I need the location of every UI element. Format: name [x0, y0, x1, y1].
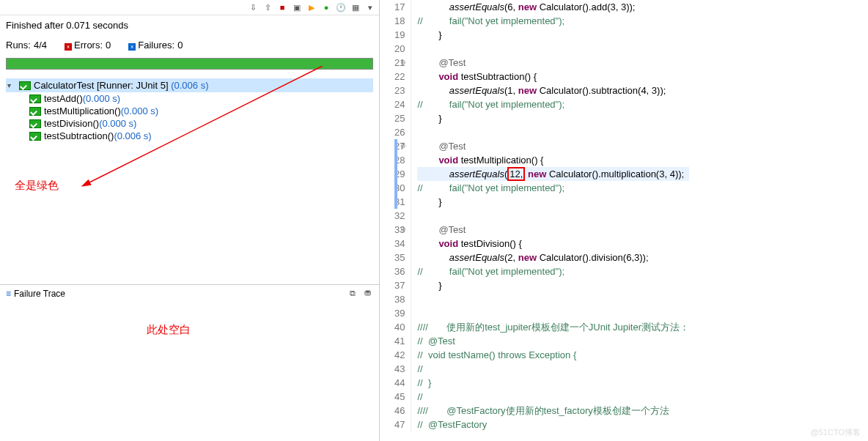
line-number[interactable]: 25: [394, 111, 405, 125]
line-number[interactable]: 33⊖: [394, 223, 405, 237]
rerun-icon[interactable]: ▶: [306, 1, 317, 13]
line-number[interactable]: 36: [394, 264, 405, 278]
menu-icon[interactable]: ▾: [364, 1, 376, 13]
code-line[interactable]: assertEquals(2, new Calculator().divisio…: [417, 251, 689, 264]
line-number[interactable]: 31: [394, 195, 405, 209]
line-number[interactable]: 32: [394, 209, 405, 223]
line-number[interactable]: 42: [394, 348, 405, 362]
line-number[interactable]: 37: [394, 278, 405, 292]
rerun-failed-icon[interactable]: ●: [320, 1, 332, 13]
line-number[interactable]: 34: [394, 237, 405, 251]
line-gutter[interactable]: 1718192021⊖222324252627⊖282930313233⊖343…: [380, 0, 411, 431]
annotation-all-green: 全是绿色: [15, 179, 59, 193]
pass-icon: [19, 81, 31, 90]
code-line[interactable]: // void testName() throws Exception {: [417, 348, 689, 362]
line-number[interactable]: 23: [394, 84, 405, 97]
test-tree[interactable]: ▾ CalculatorTest [Runner: JUnit 5] (0.00…: [0, 75, 379, 145]
code-line[interactable]: [417, 125, 689, 139]
failure-trace-icon: ≡: [6, 289, 11, 299]
pass-icon: [29, 107, 41, 116]
line-number[interactable]: 26: [394, 125, 405, 139]
failure-trace-body: 此处空白: [0, 303, 379, 442]
code-line[interactable]: //: [417, 390, 689, 404]
compare-icon[interactable]: ⧉: [347, 288, 358, 300]
line-number[interactable]: 24: [394, 97, 405, 111]
code-line[interactable]: [417, 209, 689, 223]
pass-icon: [29, 94, 41, 103]
line-number[interactable]: 29: [394, 167, 405, 181]
line-number[interactable]: 30: [394, 181, 405, 195]
code-line[interactable]: void testDivision() {: [417, 237, 689, 251]
code-line[interactable]: assertEquals(12, new Calculator().multip…: [417, 167, 689, 181]
code-line[interactable]: @Test: [417, 139, 689, 153]
code-line[interactable]: // fail("Not yet implemented");: [417, 181, 689, 195]
code-line[interactable]: }: [417, 28, 689, 42]
stats-row: Runs:4/4 xErrors:0 xFailures:0: [0, 35, 379, 55]
tree-item[interactable]: testSubtraction() (0.006 s): [26, 130, 373, 142]
expand-icon[interactable]: ▾: [7, 81, 16, 89]
code-body[interactable]: assertEquals(6, new Calculator().add(3, …: [411, 0, 689, 431]
code-line[interactable]: }: [417, 111, 689, 125]
stop-icon[interactable]: ■: [276, 1, 288, 13]
line-number[interactable]: 39: [394, 306, 405, 320]
prev-failure-icon[interactable]: ⇩: [247, 1, 259, 13]
pass-icon: [29, 119, 41, 128]
code-line[interactable]: [417, 42, 689, 56]
code-line[interactable]: }: [417, 195, 689, 209]
code-line[interactable]: //// 使用新的test_jupiter模板创建一个JUnit Jupiter…: [417, 320, 689, 334]
failures-stat: xFailures:0: [128, 40, 183, 51]
line-number[interactable]: 45: [394, 390, 405, 404]
code-line[interactable]: [417, 306, 689, 320]
runs-stat: Runs:4/4: [6, 40, 47, 51]
tree-root[interactable]: ▾ CalculatorTest [Runner: JUnit 5] (0.00…: [6, 78, 373, 92]
code-line[interactable]: assertEquals(6, new Calculator().add(3, …: [417, 0, 689, 14]
code-line[interactable]: void testMultiplication() {: [417, 153, 689, 167]
history-icon[interactable]: 🕐: [335, 1, 347, 13]
line-number[interactable]: 17: [394, 0, 405, 14]
code-line[interactable]: void testSubtraction() {: [417, 70, 689, 84]
line-number[interactable]: 19: [394, 28, 405, 42]
line-number[interactable]: 43: [394, 362, 405, 376]
progress-bar: [6, 58, 373, 70]
code-line[interactable]: [417, 292, 689, 306]
line-number[interactable]: 20: [394, 42, 405, 56]
line-number[interactable]: 21⊖: [394, 56, 405, 70]
lock-icon[interactable]: ▦: [350, 1, 361, 13]
line-number[interactable]: 28: [394, 153, 405, 167]
junit-toolbar: ⇩ ⇧ ■ ▣ ▶ ● 🕐 ▦ ▾: [0, 0, 379, 15]
failure-trace-header: ≡ Failure Trace ⧉ ⛃: [0, 284, 379, 303]
relaunch-icon[interactable]: ▣: [291, 1, 303, 13]
code-line[interactable]: //: [417, 362, 689, 376]
code-line[interactable]: // fail("Not yet implemented");: [417, 264, 689, 278]
code-line[interactable]: // @Test: [417, 334, 689, 348]
line-number[interactable]: 35: [394, 251, 405, 264]
line-number[interactable]: 41: [394, 334, 405, 348]
code-line[interactable]: @Test: [417, 56, 689, 70]
line-number[interactable]: 22: [394, 70, 405, 84]
code-line[interactable]: // fail("Not yet implemented");: [417, 14, 689, 28]
watermark: @51CTO博客: [811, 427, 861, 438]
code-line[interactable]: // fail("Not yet implemented");: [417, 97, 689, 111]
code-line[interactable]: assertEquals(1, new Calculator().subtrac…: [417, 84, 689, 97]
editor-panel: 1718192021⊖222324252627⊖282930313233⊖343…: [380, 0, 868, 441]
line-number[interactable]: 27⊖: [394, 139, 405, 153]
line-number[interactable]: 44: [394, 376, 405, 390]
error-icon: x: [65, 43, 72, 51]
tree-item[interactable]: testAdd() (0.000 s): [26, 92, 373, 105]
code-line[interactable]: }: [417, 278, 689, 292]
code-line[interactable]: @Test: [417, 223, 689, 237]
line-number[interactable]: 38: [394, 292, 405, 306]
line-number[interactable]: 18: [394, 14, 405, 28]
tree-item[interactable]: testMultiplication() (0.000 s): [26, 105, 373, 117]
code-editor[interactable]: 1718192021⊖222324252627⊖282930313233⊖343…: [380, 0, 868, 431]
line-number[interactable]: 46: [394, 404, 405, 418]
code-line[interactable]: // }: [417, 376, 689, 390]
filter-icon[interactable]: ⛃: [361, 288, 373, 300]
next-failure-icon[interactable]: ⇧: [262, 1, 273, 13]
code-line[interactable]: //// @TestFactory使用新的test_factory模板创建一个方…: [417, 404, 689, 418]
code-line[interactable]: // @TestFactory: [417, 418, 689, 431]
line-number[interactable]: 47: [394, 418, 405, 431]
errors-stat: xErrors:0: [65, 40, 111, 51]
tree-item[interactable]: testDivision() (0.000 s): [26, 117, 373, 130]
line-number[interactable]: 40: [394, 320, 405, 334]
